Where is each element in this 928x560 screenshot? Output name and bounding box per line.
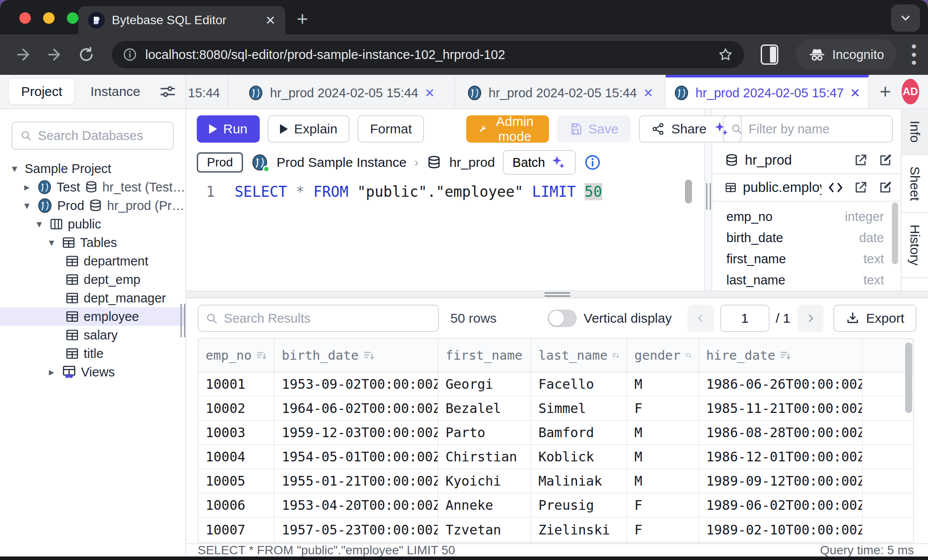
vertical-display-toggle[interactable]	[548, 309, 577, 327]
column-header[interactable]: first_name	[438, 339, 531, 372]
external-link-icon[interactable]	[853, 180, 868, 195]
cell[interactable]: Anneke	[438, 494, 531, 518]
sort-icon[interactable]	[256, 350, 267, 361]
format-button[interactable]: Format	[357, 115, 424, 143]
batch-button[interactable]: Batch	[503, 150, 576, 175]
filter-by-name-input[interactable]	[749, 122, 885, 136]
side-panel-icon[interactable]	[761, 44, 778, 65]
editor-scrollbar[interactable]	[685, 180, 692, 203]
url-bar[interactable]: localhost:8080/sql-editor/prod-sample-in…	[112, 41, 744, 68]
cell[interactable]: 1985-11-21T00:00:00Z	[699, 397, 863, 421]
browser-tab[interactable]: Bytebase SQL Editor ✕	[78, 6, 285, 34]
cell[interactable]: 1953-04-20T00:00:00Z	[275, 494, 438, 518]
cell[interactable]: 1986-06-26T00:00:00Z	[699, 372, 863, 397]
cell[interactable]: F	[627, 397, 699, 421]
edit-icon[interactable]	[878, 153, 893, 168]
cell[interactable]: Chirstian	[438, 445, 531, 469]
tree-item-prod-db[interactable]: ▾ Prod hr_prod (Pr…	[0, 196, 185, 215]
results-scrollbar[interactable]	[905, 343, 912, 413]
cell[interactable]: 10001	[199, 372, 275, 397]
cell[interactable]: M	[627, 469, 699, 494]
tree-item-table-selected[interactable]: employee	[0, 307, 185, 326]
cell[interactable]: 10002	[199, 397, 275, 421]
minimize-window-button[interactable]	[43, 12, 55, 24]
column-header[interactable]: last_name	[531, 339, 627, 372]
cell[interactable]: M	[627, 372, 699, 397]
tree-item-table[interactable]: dept_manager	[0, 289, 185, 307]
tab-instance[interactable]: Instance	[78, 79, 152, 104]
cell[interactable]: Zielinski	[531, 518, 627, 542]
cell[interactable]: Bamford	[531, 421, 627, 445]
column-row[interactable]: emp_no integer	[726, 206, 884, 227]
column-row[interactable]: birth_date date	[726, 227, 884, 248]
caret-down-icon[interactable]: ▾	[33, 218, 45, 230]
cell[interactable]: 1964-06-02T00:00:00Z	[275, 397, 438, 421]
back-icon[interactable]	[11, 41, 38, 68]
sort-icon[interactable]	[780, 350, 791, 361]
cell[interactable]: 1954-05-01T00:00:00Z	[275, 445, 438, 469]
sort-icon[interactable]	[685, 350, 691, 361]
info-circle-icon[interactable]	[584, 154, 601, 171]
cell[interactable]: Maliniak	[531, 469, 627, 494]
cell[interactable]: 10007	[199, 518, 275, 542]
tree-item-table[interactable]: department	[0, 252, 185, 270]
cell[interactable]: 1959-12-03T00:00:00Z	[275, 421, 438, 445]
cell[interactable]: 1955-01-21T00:00:00Z	[275, 469, 438, 494]
close-tab-icon[interactable]: ✕	[643, 86, 653, 100]
sidebar-resize-handle[interactable]	[179, 304, 186, 337]
cell[interactable]: 1957-05-23T00:00:00Z	[275, 518, 438, 542]
tree-item-tables[interactable]: ▾ Tables	[0, 233, 185, 252]
tab-sheet[interactable]: Sheet	[902, 155, 928, 213]
column-row[interactable]: last_name text	[726, 269, 884, 291]
edit-icon[interactable]	[878, 180, 893, 195]
reload-icon[interactable]	[73, 41, 99, 68]
caret-down-icon[interactable]: ▾	[21, 199, 33, 212]
caret-right-icon[interactable]: ▸	[46, 366, 57, 378]
cell[interactable]: Parto	[438, 421, 531, 445]
column-header[interactable]: emp_no	[199, 339, 275, 372]
column-row[interactable]: first_name text	[726, 248, 884, 269]
editor-tab[interactable]: 5 15:44 ✕	[186, 75, 228, 108]
run-button[interactable]: Run	[197, 115, 260, 143]
tree-item-project[interactable]: ▾ Sample Project	[0, 159, 185, 178]
search-results-input[interactable]	[224, 311, 431, 326]
cell[interactable]: Facello	[531, 372, 627, 397]
filter-box[interactable]	[723, 115, 893, 143]
browser-tab-close-icon[interactable]: ✕	[265, 13, 276, 28]
results-resize-handle[interactable]	[186, 291, 928, 298]
filter-settings-icon[interactable]	[159, 83, 177, 100]
cell[interactable]: 1989-02-10T00:00:00Z	[699, 518, 863, 542]
cell[interactable]: 1953-09-02T00:00:00Z	[275, 372, 438, 397]
cell[interactable]: 1986-12-01T00:00:00Z	[699, 445, 863, 469]
zoom-window-button[interactable]	[67, 12, 78, 24]
tab-project[interactable]: Project	[9, 79, 74, 104]
bookmark-star-icon[interactable]	[718, 47, 733, 63]
save-button[interactable]: Save	[557, 115, 631, 143]
schema-panel-scrollbar[interactable]	[892, 203, 898, 264]
caret-down-icon[interactable]: ▾	[46, 236, 57, 249]
cell[interactable]: Georgi	[438, 372, 531, 397]
cell[interactable]: 1989-06-02T00:00:00Z	[699, 494, 863, 518]
tree-item-table[interactable]: dept_emp	[0, 270, 185, 289]
sort-icon[interactable]	[612, 350, 619, 361]
cell[interactable]: Simmel	[531, 397, 627, 421]
cell[interactable]: Bezalel	[438, 397, 531, 421]
cell[interactable]: 10003	[199, 421, 275, 445]
editor-tab[interactable]: hr_prod 2024-02-05 15:44 ✕	[455, 75, 666, 108]
tab-history[interactable]: History	[902, 213, 928, 278]
avatar[interactable]: AD	[902, 79, 919, 104]
editor-tab[interactable]: hr_prod 2024-02-05 15:44 ✕	[228, 75, 455, 108]
search-databases-input[interactable]	[38, 129, 165, 143]
database-search-box[interactable]	[11, 122, 174, 150]
results-search-box[interactable]	[198, 305, 439, 332]
prev-page-button[interactable]	[688, 305, 714, 332]
editor-tab-active[interactable]: hr_prod 2024-02-05 15:47 ✕	[666, 75, 869, 108]
page-number-input[interactable]	[720, 305, 770, 332]
caret-right-icon[interactable]: ▸	[21, 181, 33, 193]
cell[interactable]: 10005	[199, 469, 275, 494]
tree-item-test-db[interactable]: ▸ Test hr_test (Test…	[0, 178, 185, 196]
cell[interactable]: 10006	[199, 494, 275, 518]
tree-item-schema-public[interactable]: ▾ public	[0, 215, 185, 233]
cell[interactable]: 1989-09-12T00:00:00Z	[699, 469, 863, 494]
cell[interactable]: F	[627, 494, 699, 518]
